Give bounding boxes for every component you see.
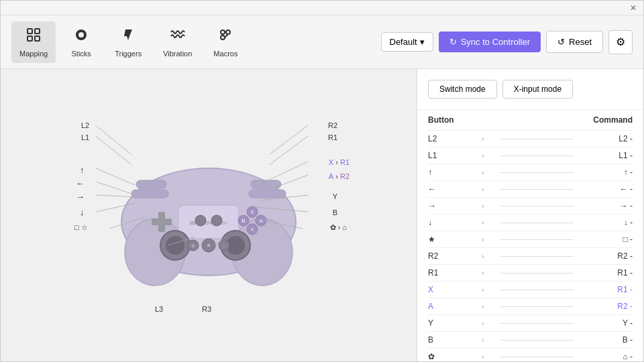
svg-rect-1 xyxy=(35,29,40,34)
row-arrow-icon: › xyxy=(482,253,495,260)
table-row[interactable]: ↓›↓ - xyxy=(428,215,633,231)
row-button-label: → xyxy=(428,201,482,210)
table-row[interactable]: ←›← - xyxy=(428,181,633,198)
table-row[interactable]: Y›Y - xyxy=(428,315,633,332)
row-separator xyxy=(500,323,574,324)
row-command-label: ↑ - xyxy=(579,168,633,177)
row-separator xyxy=(500,206,574,206)
title-bar: ✕ xyxy=(1,1,643,15)
svg-point-6 xyxy=(221,30,225,34)
label-star-left: □ ☆ xyxy=(74,223,88,232)
svg-line-49 xyxy=(109,217,145,229)
toolbar: Mapping Sticks Triggers xyxy=(1,15,643,69)
table-row[interactable]: ✿›⌂ - xyxy=(428,349,633,361)
xinput-mode-button[interactable]: X-input mode xyxy=(502,80,573,99)
row-button-label: R2 xyxy=(428,251,482,261)
row-command-label: R1 - xyxy=(579,285,633,294)
table-row[interactable]: A›R2 - xyxy=(428,298,633,315)
row-arrow-icon: › xyxy=(482,135,495,143)
svg-line-51 xyxy=(269,136,308,165)
row-separator xyxy=(500,156,574,156)
row-arrow-icon: › xyxy=(482,320,495,327)
label-r1: R1 xyxy=(328,133,337,141)
row-button-label: A xyxy=(428,302,482,311)
switch-mode-button[interactable]: Switch mode xyxy=(428,80,497,99)
reset-button[interactable]: ↺ Reset xyxy=(546,31,603,53)
label-L2-left: L2 xyxy=(81,121,89,129)
row-arrow-icon: › xyxy=(482,186,495,193)
row-separator xyxy=(500,290,574,290)
table-row[interactable]: →›→ - xyxy=(428,198,633,215)
svg-line-43 xyxy=(96,125,131,155)
table-row[interactable]: B›B - xyxy=(428,332,633,349)
preset-selector[interactable]: Default ▾ xyxy=(381,32,433,52)
row-command-label: Y - xyxy=(579,318,633,328)
label-b: B xyxy=(333,208,337,217)
row-arrow-icon: › xyxy=(482,169,495,176)
macros-icon xyxy=(217,27,233,47)
table-row[interactable]: R2›R2 - xyxy=(428,248,633,265)
tab-triggers[interactable]: Triggers xyxy=(107,21,150,63)
tab-triggers-label: Triggers xyxy=(115,50,142,58)
row-button-label: L1 xyxy=(428,151,482,160)
row-separator xyxy=(500,357,574,357)
row-separator xyxy=(500,340,574,341)
svg-line-55 xyxy=(256,207,308,212)
row-command-label: B - xyxy=(579,335,633,345)
label-l1: L1 xyxy=(81,133,89,141)
row-command-label: ⌂ - xyxy=(579,352,633,361)
reset-label: Reset xyxy=(569,37,592,47)
tab-vibration[interactable]: Vibration xyxy=(155,21,200,63)
row-button-label: R1 xyxy=(428,268,482,278)
svg-line-52 xyxy=(262,162,308,183)
vibration-icon xyxy=(170,27,186,47)
preset-label: Default xyxy=(390,37,417,47)
svg-point-7 xyxy=(226,30,230,34)
left-panel: 8BitDo SN30 pro+ X A B Y xyxy=(1,69,417,361)
settings-icon: ⚙ xyxy=(616,36,625,48)
sync-button[interactable]: ↻ Sync to Controller xyxy=(439,32,541,52)
tab-macros[interactable]: Macros xyxy=(205,21,246,63)
row-arrow-icon: › xyxy=(482,269,495,277)
row-command-label: □ - xyxy=(579,235,633,244)
table-row[interactable]: L1›L1 - xyxy=(428,147,633,164)
row-button-label: ← xyxy=(428,184,482,194)
row-command-label: R2 - xyxy=(579,302,633,311)
row-separator xyxy=(500,172,574,173)
mapping-table: Button Command L2›L2 -L1›L1 -↑›↑ -←›← -→… xyxy=(417,110,643,361)
row-command-label: L2 - xyxy=(579,134,633,143)
content: 8BitDo SN30 pro+ X A B Y xyxy=(1,69,643,361)
tab-macros-label: Macros xyxy=(213,50,237,58)
table-row[interactable]: L2›L2 - xyxy=(428,131,633,147)
table-row[interactable]: ★›□ - xyxy=(428,231,633,248)
controller-labels: L2 xyxy=(61,108,356,322)
row-command-label: R2 - xyxy=(579,251,633,261)
svg-line-48 xyxy=(96,203,135,212)
row-separator xyxy=(500,239,574,240)
close-button[interactable]: ✕ xyxy=(629,3,638,13)
right-panel: Switch mode X-input mode Button Command … xyxy=(417,69,643,361)
settings-button[interactable]: ⚙ xyxy=(608,30,633,54)
svg-line-54 xyxy=(259,195,308,200)
label-lines xyxy=(61,108,356,322)
row-command-label: ← - xyxy=(579,184,633,194)
tab-sticks[interactable]: Sticks xyxy=(61,21,101,63)
table-row[interactable]: R1›R1 - xyxy=(428,265,633,282)
label-r3: R3 xyxy=(202,305,211,313)
header-command: Command xyxy=(579,115,633,125)
svg-line-46 xyxy=(96,182,131,194)
row-command-label: ↓ - xyxy=(579,218,633,227)
svg-point-5 xyxy=(78,32,84,38)
svg-line-11 xyxy=(225,34,228,38)
preset-arrow: ▾ xyxy=(420,37,425,47)
table-row[interactable]: ↑›↑ - xyxy=(428,164,633,181)
header-button: Button xyxy=(428,115,482,125)
row-separator xyxy=(500,273,574,274)
label-r2: R2 xyxy=(328,121,337,129)
table-row[interactable]: X›R1 - xyxy=(428,282,633,298)
row-arrow-icon: › xyxy=(482,337,495,344)
tab-mapping[interactable]: Mapping xyxy=(11,21,56,63)
row-arrow-icon: › xyxy=(482,202,495,210)
svg-rect-0 xyxy=(28,29,32,34)
sync-label: Sync to Controller xyxy=(461,37,530,47)
